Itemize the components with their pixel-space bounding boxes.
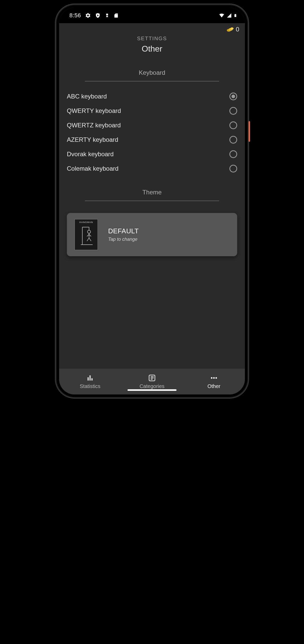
radio-icon bbox=[229, 107, 237, 115]
svg-rect-15 bbox=[90, 375, 91, 381]
theme-name: DEFAULT bbox=[108, 227, 139, 235]
nav-statistics[interactable]: Statistics bbox=[59, 369, 121, 394]
divider bbox=[85, 201, 219, 201]
settings-gear-icon bbox=[85, 13, 91, 18]
radio-selected-icon bbox=[229, 93, 237, 100]
svg-rect-14 bbox=[87, 377, 89, 381]
section-keyboard-title: Keyboard bbox=[59, 69, 245, 76]
radio-icon bbox=[229, 136, 237, 144]
nav-label: Statistics bbox=[80, 383, 100, 389]
coins-value: 0 bbox=[236, 26, 239, 33]
status-time: 8:56 bbox=[69, 12, 81, 19]
theme-thumbnail: HANGMAN bbox=[75, 219, 98, 250]
battery-icon bbox=[234, 13, 237, 18]
option-label: ABC keyboard bbox=[67, 93, 107, 100]
list-icon bbox=[148, 374, 156, 382]
more-horizontal-icon bbox=[210, 374, 218, 382]
radio-icon bbox=[229, 121, 237, 129]
nav-label: Categories bbox=[140, 383, 165, 389]
svg-line-11 bbox=[89, 234, 91, 236]
svg-point-23 bbox=[215, 377, 217, 379]
theme-hint: Tap to change bbox=[108, 237, 139, 242]
phone-screen: 8:56 bbox=[59, 8, 245, 394]
option-label: Colemak keyboard bbox=[67, 165, 118, 172]
svg-line-10 bbox=[87, 234, 89, 236]
sd-card-icon bbox=[114, 13, 119, 18]
keyboard-option-dvorak[interactable]: Dvorak keyboard bbox=[67, 147, 237, 161]
badge-icon bbox=[105, 13, 109, 18]
cellular-icon bbox=[226, 13, 232, 18]
keyboard-option-azerty[interactable]: AZERTY keyboard bbox=[67, 133, 237, 147]
svg-line-13 bbox=[89, 238, 91, 241]
svg-line-12 bbox=[87, 238, 89, 241]
coins-icon bbox=[227, 27, 234, 32]
svg-point-22 bbox=[213, 377, 215, 379]
hangman-icon bbox=[77, 224, 95, 247]
option-label: AZERTY keyboard bbox=[67, 136, 118, 143]
phone-frame: 8:56 bbox=[57, 5, 247, 397]
home-indicator[interactable] bbox=[127, 389, 177, 391]
theme-card[interactable]: HANGMAN DEFAULT bbox=[67, 213, 237, 256]
keyboard-options: ABC keyboard QWERTY keyboard QWERTZ keyb… bbox=[59, 81, 245, 176]
radio-icon bbox=[229, 165, 237, 172]
option-label: Dvorak keyboard bbox=[67, 151, 114, 158]
page-header: SETTINGS Other bbox=[59, 33, 245, 54]
keyboard-option-qwertz[interactable]: QWERTZ keyboard bbox=[67, 118, 237, 133]
nav-other[interactable]: Other bbox=[183, 369, 245, 394]
svg-point-0 bbox=[106, 14, 108, 16]
keyboard-option-colemak[interactable]: Colemak keyboard bbox=[67, 161, 237, 176]
wifi-icon bbox=[219, 13, 225, 18]
radio-icon bbox=[229, 150, 237, 158]
svg-rect-16 bbox=[91, 378, 93, 381]
keyboard-option-qwerty[interactable]: QWERTY keyboard bbox=[67, 104, 237, 118]
option-label: QWERTY keyboard bbox=[67, 107, 121, 114]
svg-point-3 bbox=[230, 27, 234, 30]
svg-point-8 bbox=[87, 230, 91, 233]
status-bar: 8:56 bbox=[59, 8, 245, 23]
keyboard-option-abc[interactable]: ABC keyboard bbox=[67, 89, 237, 104]
phone-side-button bbox=[249, 121, 250, 142]
page-title: Other bbox=[59, 44, 245, 54]
app-content: 0 SETTINGS Other Keyboard ABC keyboard Q… bbox=[59, 23, 245, 369]
option-label: QWERTZ keyboard bbox=[67, 122, 121, 129]
section-theme-title: Theme bbox=[59, 189, 245, 196]
header-eyebrow: SETTINGS bbox=[59, 36, 245, 42]
bar-chart-icon bbox=[86, 374, 94, 382]
nav-label: Other bbox=[207, 383, 220, 389]
theme-thumb-text: HANGMAN bbox=[79, 221, 93, 224]
svg-point-21 bbox=[211, 377, 212, 379]
shield-play-icon bbox=[95, 13, 101, 18]
currency-row: 0 bbox=[59, 23, 245, 33]
